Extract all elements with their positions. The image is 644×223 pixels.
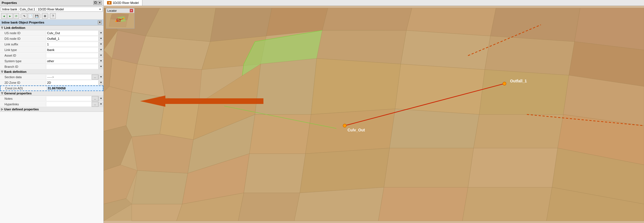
label-branch-id: Branch ID [0,64,46,69]
svg-point-70 [123,18,124,19]
prop-row-hyperlinks: Hyperlinks ... ▼ [0,101,103,107]
map-panel: ▦ 1D/2D River Model [104,0,644,223]
dropdown-arrow-2d-zone[interactable]: ▼ [98,80,103,85]
input-link-suffix[interactable] [46,42,98,46]
prop-row-us-node-id: US node ID ▼ [0,30,103,36]
close-button[interactable]: ✕ [98,1,102,5]
section-user-label: User defined properties [4,108,39,111]
svg-marker-52 [378,187,468,221]
map-tab-1d2d[interactable]: ▦ 1D/2D River Model [104,0,142,6]
svg-point-69 [115,21,117,22]
input-section-data[interactable] [46,75,92,79]
panel-title: Properties [2,1,17,4]
value-2d-zone-id: ▼ [46,80,103,85]
input-notes[interactable] [46,97,92,101]
prop-row-2d-zone-id: 2D Zone ID ▼ [0,80,103,85]
svg-marker-48 [132,204,182,221]
prop-row-ds-node-id: DS node ID ▼ [0,36,103,41]
restore-button[interactable]: ⧠ [93,1,97,5]
section-bank-definition[interactable]: ▽ Bank definition [0,69,103,74]
value-system-type: ▼ [46,59,103,64]
value-crest [47,86,103,90]
value-hyperlinks: ... ▼ [46,102,103,107]
locator-panel: Locator ✕ [106,8,135,29]
prop-row-crest: Crest (m AD) [0,85,103,91]
prop-row-link-suffix: Link suffix ▼ [0,41,103,47]
label-section-data: Section data [0,75,46,79]
dropdown-arrow-branch-id[interactable]: ▼ [98,64,103,69]
prop-row-notes: Notes ... ▼ [0,96,103,101]
separator-3 [49,14,49,18]
svg-marker-23 [126,92,165,137]
value-asset-id: ▼ [46,53,103,58]
label-system-type: System type [0,59,46,63]
left-panel: Properties ⧠ ✕ Inline bank : Culv_Out.1 … [0,0,104,223]
separator-1 [20,14,20,18]
section-general-properties[interactable]: ▽ General properties [0,91,103,96]
value-notes: ... ▼ [46,96,103,101]
svg-marker-34 [249,115,311,154]
input-ds-node-id[interactable] [46,37,98,41]
btn-notes[interactable]: ... [92,96,98,101]
input-us-node-id[interactable] [46,31,98,35]
toolbar-forward-button[interactable]: ► [7,13,13,19]
object-selector-dropdown[interactable]: Inline bank : Culv_Out.1 : 1D/2D River M… [1,7,103,12]
svg-text:Culv_Out: Culv_Out [348,128,365,132]
toolbar-back-button[interactable]: ◄ [1,13,7,19]
properties-content: ▽ Link definition US node ID ▼ DS node I… [0,25,103,223]
input-asset-id[interactable] [46,54,98,57]
svg-text:Outfall_1: Outfall_1 [510,79,527,83]
input-system-type[interactable] [46,59,98,63]
svg-marker-18 [317,31,406,64]
dropdown-arrow-us-node[interactable]: ▼ [98,31,103,36]
prop-row-link-type: Link type ▼ [0,47,103,53]
object-selector-label: Inline bank : Culv_Out.1 : 1D/2D River M… [2,8,64,11]
panel-title-bar: Properties ⧠ ✕ [0,0,103,6]
toolbar-edit-button[interactable]: ✎ [22,13,27,19]
svg-marker-36 [390,109,479,148]
value-branch-id: ▼ [46,64,103,69]
input-hyperlinks[interactable] [46,102,92,106]
section-link-definition[interactable]: ▽ Link definition [0,25,103,30]
dropdown-arrow-asset-id[interactable]: ▼ [98,53,103,58]
map-tab-icon: ▦ [107,1,112,4]
toolbar-refresh-button[interactable]: ⟳ [13,13,19,19]
properties-close-button[interactable]: ✕ [98,20,102,24]
locator-close-button[interactable]: ✕ [130,9,133,12]
section-bank-label: Bank definition [4,70,26,73]
app-container: Properties ⧠ ✕ Inline bank : Culv_Out.1 … [0,0,644,223]
input-branch-id[interactable] [46,65,98,69]
svg-marker-50 [238,193,300,221]
prop-row-branch-id: Branch ID ▼ [0,64,103,69]
map-tab-bar: ▦ 1D/2D River Model [104,0,644,6]
map-area[interactable]: Outfall_1 Culv_Out Locator ✕ [104,6,644,223]
svg-marker-5 [137,36,210,70]
dropdown-arrow-link-suffix[interactable]: ▼ [98,42,103,47]
toolbar-help-button[interactable]: ? [50,13,56,19]
toolbar-copy-button[interactable]: 📄 [28,13,33,19]
btn-hyperlinks[interactable]: ... [92,102,98,107]
toolbar-settings-button[interactable]: ⚙ [42,13,48,19]
toolbar-save-button[interactable]: 💾 [34,13,40,19]
input-link-type[interactable] [46,48,98,52]
svg-marker-40 [132,171,188,204]
window-controls: ⧠ ✕ [93,1,102,5]
label-hyperlinks: Hyperlinks [0,102,46,106]
locator-map [106,13,134,28]
input-2d-zone-id[interactable] [46,81,98,85]
section-link-label: Link definition [4,26,25,29]
svg-marker-44 [384,148,474,187]
section-user-defined[interactable]: ▷ User defined properties [0,107,103,112]
map-tab-label: 1D/2D River Model [113,1,139,4]
value-us-node-id: ▼ [46,31,103,36]
dropdown-arrow-notes[interactable]: ▼ [98,96,103,101]
dropdown-arrow-ds-node[interactable]: ▼ [98,36,103,41]
dropdown-arrow-link-type[interactable]: ▼ [98,47,103,52]
dropdown-arrow-system-type[interactable]: ▼ [98,59,103,64]
dropdown-arrow-hyperlinks[interactable]: ▼ [98,102,103,107]
btn-section-data[interactable]: ... [92,75,98,80]
svg-marker-42 [244,154,305,193]
section-general-label: General properties [4,92,32,95]
dropdown-arrow-section-data[interactable]: ▼ [98,75,103,80]
input-crest[interactable] [47,86,103,90]
